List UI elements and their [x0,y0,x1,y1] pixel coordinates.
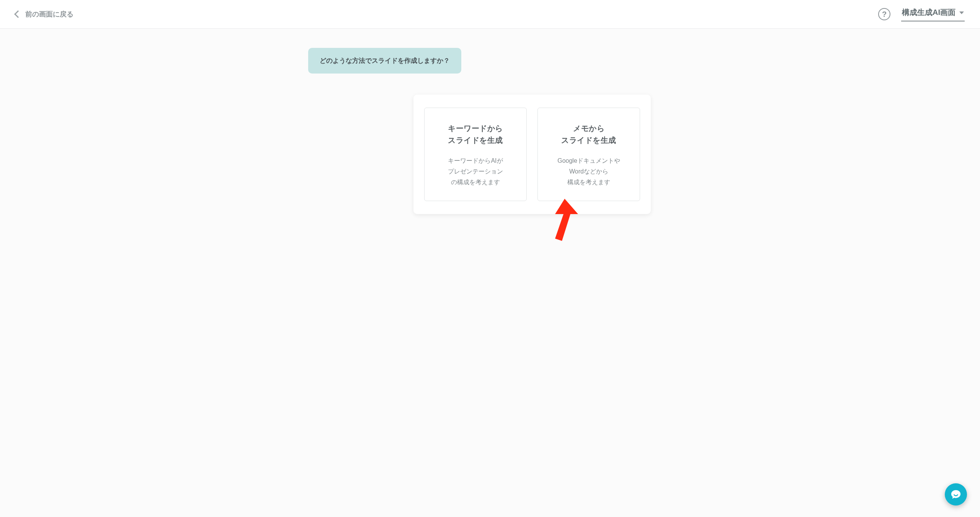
chat-fab[interactable] [945,483,967,506]
option-title-line: スライドを生成 [448,136,503,144]
prompt-row: どのような方法でスライドを作成しますか？ [308,48,622,74]
annotation-arrow-icon [544,199,578,241]
page-body: どのような方法でスライドを作成しますか？ キーワードから スライドを生成 キーワ… [0,29,980,214]
option-desc-line: の構成を考えます [451,179,500,185]
option-desc-line: Wordなどから [569,168,608,175]
svg-marker-0 [555,199,578,241]
option-title-line: キーワードから [448,124,503,133]
mode-label: 構成生成AI画面 [902,7,956,18]
mode-selector[interactable]: 構成生成AI画面 [901,7,965,21]
option-desc: Googleドキュメントや Wordなどから 構成を考えます [557,155,620,188]
option-from-memo[interactable]: メモから スライドを生成 Googleドキュメントや Wordなどから 構成を考… [537,108,640,201]
caret-down-icon [959,11,964,14]
chat-icon [950,489,962,500]
options-card: キーワードから スライドを生成 キーワードからAIが プレゼンテーション の構成… [413,95,651,214]
option-title: メモから スライドを生成 [561,123,616,146]
help-icon[interactable]: ? [878,8,890,20]
option-title-line: スライドを生成 [561,136,616,144]
option-title: キーワードから スライドを生成 [448,123,503,146]
back-label: 前の画面に戻る [25,10,74,19]
option-title-line: メモから [573,124,604,133]
back-button[interactable]: 前の画面に戻る [15,10,74,19]
prompt-bubble: どのような方法でスライドを作成しますか？ [308,48,461,74]
option-desc-line: キーワードからAIが [448,157,503,164]
option-desc-line: Googleドキュメントや [557,157,620,164]
option-desc-line: プレゼンテーション [448,168,503,175]
chevron-left-icon [14,10,22,18]
prompt-text: どのような方法でスライドを作成しますか？ [320,57,450,64]
top-bar-right: ? 構成生成AI画面 [878,7,965,21]
option-desc: キーワードからAIが プレゼンテーション の構成を考えます [448,155,503,188]
top-bar: 前の画面に戻る ? 構成生成AI画面 [0,0,980,29]
option-desc-line: 構成を考えます [567,179,610,185]
option-from-keyword[interactable]: キーワードから スライドを生成 キーワードからAIが プレゼンテーション の構成… [424,108,527,201]
